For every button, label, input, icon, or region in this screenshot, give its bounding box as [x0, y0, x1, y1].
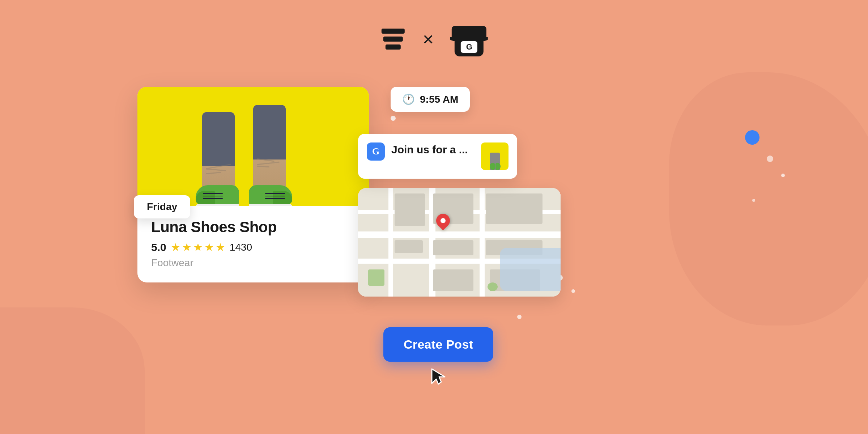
- shoe-right: [249, 188, 292, 206]
- leg-left: [202, 112, 235, 206]
- laces-left: [203, 193, 223, 199]
- white-dot: [517, 315, 522, 319]
- friday-label: Friday: [147, 201, 177, 212]
- create-post-label: Create Post: [404, 337, 473, 351]
- post-icon-letter: G: [372, 146, 379, 157]
- map-block-3: [395, 240, 423, 253]
- shoe-sole-left: [196, 204, 239, 206]
- map-green: [368, 269, 384, 286]
- white-dot: [391, 116, 396, 121]
- map-block-4: [433, 240, 473, 255]
- jeans-right: [253, 105, 286, 159]
- category: Footwear: [151, 257, 355, 269]
- shop-name: Luna Shoes Shop: [151, 218, 355, 236]
- store-g-letter: G: [466, 42, 472, 52]
- bg-blob-right: [669, 72, 868, 326]
- jeans-left: [202, 112, 235, 166]
- star-1: ★: [171, 241, 180, 254]
- gbp-icon: G: [452, 22, 486, 56]
- cursor-svg: [430, 367, 446, 386]
- map-card: [358, 188, 561, 297]
- map-water: [500, 248, 561, 291]
- logo-bar: × G: [382, 22, 486, 56]
- laces-right: [265, 193, 285, 199]
- pin-head: [433, 211, 453, 230]
- svg-marker-0: [432, 369, 445, 384]
- white-dot: [781, 174, 785, 177]
- rating-value: 5.0: [151, 241, 166, 254]
- map-block-5: [433, 269, 473, 291]
- shoe-sole-right: [249, 204, 292, 206]
- post-text-container: Join us for a ...: [391, 142, 475, 157]
- stars: ★ ★ ★ ★ ★: [171, 241, 225, 254]
- store-sign: G: [461, 41, 477, 53]
- product-image: [137, 87, 369, 206]
- blue-dot: [745, 130, 760, 145]
- buffer-logo: [382, 29, 405, 50]
- white-dot: [752, 199, 755, 202]
- x-symbol: ×: [423, 30, 434, 48]
- map-block-7: [486, 193, 542, 224]
- post-text: Join us for a ...: [391, 144, 468, 156]
- review-count: 1430: [230, 242, 252, 253]
- rating-row: 5.0 ★ ★ ★ ★ ★ 1430: [151, 241, 355, 254]
- star-4: ★: [204, 241, 214, 254]
- star-5: ★: [216, 241, 225, 254]
- buffer-layer-3: [386, 44, 401, 50]
- post-thumbnail: [481, 142, 509, 170]
- create-post-button[interactable]: Create Post: [383, 327, 493, 362]
- clock-icon: 🕐: [402, 93, 415, 105]
- post-preview-card: G Join us for a ...: [358, 134, 517, 179]
- white-dot: [767, 156, 773, 162]
- friday-badge: Friday: [134, 195, 190, 218]
- buffer-layer-2: [383, 37, 403, 42]
- star-2: ★: [182, 241, 192, 254]
- road-v2: [480, 188, 485, 297]
- map-block-1: [395, 193, 425, 226]
- map-pin: [436, 214, 450, 227]
- bg-blob-left: [0, 307, 145, 434]
- time-badge: 🕐 9:55 AM: [391, 87, 470, 112]
- product-card: Luna Shoes Shop 5.0 ★ ★ ★ ★ ★ 1430 Footw…: [137, 87, 369, 282]
- pin-dot: [439, 217, 447, 224]
- shoe-left: [196, 188, 239, 206]
- post-icon: G: [367, 142, 385, 161]
- buffer-layer-1: [382, 29, 405, 34]
- leg-right: [253, 105, 286, 206]
- star-3: ★: [193, 241, 203, 254]
- white-dot: [571, 289, 575, 293]
- cursor: [430, 367, 446, 387]
- road-v3: [388, 188, 393, 297]
- time-text: 9:55 AM: [420, 94, 458, 105]
- map-bg: [358, 188, 561, 297]
